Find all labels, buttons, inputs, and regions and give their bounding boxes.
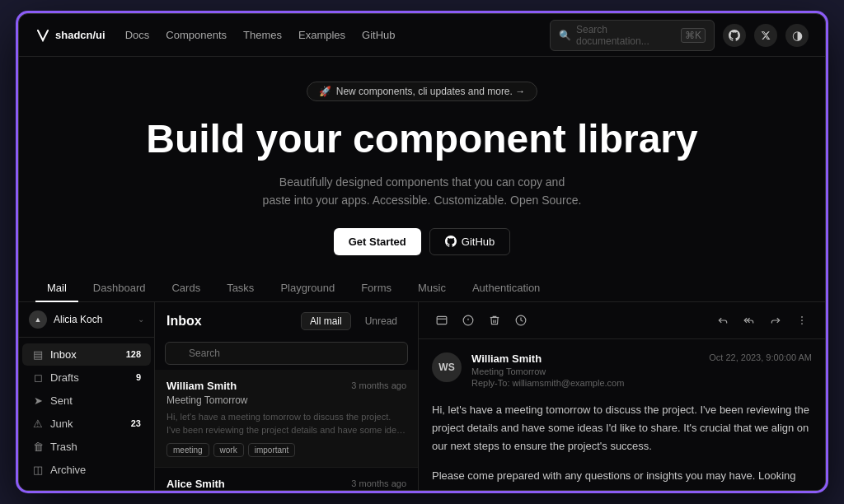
email-body-p1: Hi, let's have a meeting tomorrow to dis… bbox=[432, 401, 812, 455]
get-started-button[interactable]: Get Started bbox=[334, 228, 421, 255]
search-placeholder: Search documentation... bbox=[576, 24, 676, 47]
logo[interactable]: shadcn/ui bbox=[35, 28, 106, 43]
sidebar-item-drafts[interactable]: ◻ Drafts 9 bbox=[22, 366, 151, 389]
sent-icon: ➤ bbox=[32, 394, 44, 407]
drafts-icon: ◻ bbox=[32, 371, 44, 384]
email-subject: Meeting Tomorrow bbox=[166, 394, 406, 406]
rocket-icon: 🚀 bbox=[319, 86, 331, 97]
search-box[interactable]: 🔍 Search documentation... ⌘K bbox=[550, 20, 715, 51]
sidebar-label-drafts: Drafts bbox=[50, 371, 79, 384]
email-from-subject: Meeting Tomorrow bbox=[471, 366, 699, 376]
x-icon-btn[interactable] bbox=[754, 24, 777, 47]
email-item[interactable]: Alice Smith 3 months ago bbox=[155, 468, 418, 490]
nav-components[interactable]: Components bbox=[166, 29, 227, 41]
hero-section: 🚀 New components, cli updates and more. … bbox=[19, 57, 825, 275]
svg-rect-0 bbox=[437, 316, 447, 324]
spam-toolbar-btn[interactable] bbox=[457, 309, 480, 332]
email-meta-info: William Smith Meeting Tomorrow Reply-To:… bbox=[471, 352, 699, 388]
inbox-icon: ▤ bbox=[32, 348, 44, 361]
logo-icon bbox=[35, 28, 50, 43]
nav-github[interactable]: GitHub bbox=[362, 29, 395, 41]
email-avatar: WS bbox=[432, 352, 462, 382]
theme-toggle-btn[interactable]: ◑ bbox=[785, 24, 809, 47]
sidebar: ▲ Alicia Koch ⌄ ▤ Inbox 128 ◻ Drafts bbox=[19, 302, 155, 490]
nav-docs[interactable]: Docs bbox=[125, 29, 150, 41]
email-items: William Smith 3 months ago Meeting Tomor… bbox=[155, 370, 418, 490]
more-toolbar-btn[interactable] bbox=[790, 309, 814, 332]
forward-toolbar-btn[interactable] bbox=[764, 309, 787, 332]
drafts-badge: 9 bbox=[136, 372, 141, 382]
tabs-bar: Mail Dashboard Cards Tasks Playground Fo… bbox=[19, 275, 825, 302]
toolbar-right bbox=[711, 309, 814, 332]
archive-icon: ◫ bbox=[32, 464, 44, 476]
email-detail: WS William Smith Meeting Tomorrow Reply-… bbox=[419, 302, 825, 490]
junk-icon: ⚠ bbox=[32, 418, 44, 430]
account-name: Alicia Koch bbox=[54, 314, 102, 325]
email-list: Inbox All mail Unread 🔍 William Smith 3 … bbox=[155, 302, 419, 490]
snooze-toolbar-btn[interactable] bbox=[509, 309, 532, 332]
delete-toolbar-btn[interactable] bbox=[483, 309, 506, 332]
sidebar-item-archive[interactable]: ◫ Archive bbox=[22, 459, 151, 481]
email-item[interactable]: William Smith 3 months ago Meeting Tomor… bbox=[155, 370, 418, 468]
email-preview: Hi, let's have a meeting tomorrow to dis… bbox=[166, 410, 406, 437]
tab-dashboard[interactable]: Dashboard bbox=[82, 275, 157, 302]
email-list-header: Inbox All mail Unread bbox=[155, 302, 418, 337]
email-date: Oct 22, 2023, 9:00:00 AM bbox=[709, 352, 812, 362]
reply-toolbar-btn[interactable] bbox=[711, 309, 734, 332]
tab-cards[interactable]: Cards bbox=[160, 275, 212, 302]
nav-examples[interactable]: Examples bbox=[298, 29, 345, 41]
hero-title: Build your component library bbox=[35, 118, 809, 161]
sidebar-item-trash[interactable]: 🗑 Trash bbox=[22, 436, 151, 458]
announcement-text: New components, cli updates and more. → bbox=[336, 86, 525, 97]
email-time: 3 months ago bbox=[351, 478, 406, 488]
tab-authentication[interactable]: Authentication bbox=[461, 275, 551, 302]
tab-playground[interactable]: Playground bbox=[269, 275, 346, 302]
filter-buttons: All mail Unread bbox=[301, 312, 406, 330]
email-body-p2: Please come prepared with any questions … bbox=[432, 467, 812, 490]
tab-mail[interactable]: Mail bbox=[35, 275, 78, 302]
filter-all-btn[interactable]: All mail bbox=[301, 312, 351, 330]
email-list-title: Inbox bbox=[166, 314, 202, 329]
email-search-input[interactable] bbox=[165, 342, 408, 365]
search-kbd: ⌘K bbox=[681, 28, 706, 43]
email-tag: meeting bbox=[166, 443, 209, 457]
sidebar-label-archive: Archive bbox=[50, 464, 86, 476]
announcement-bar[interactable]: 🚀 New components, cli updates and more. … bbox=[307, 82, 537, 101]
email-sender: William Smith bbox=[166, 380, 237, 392]
reply-all-toolbar-btn[interactable] bbox=[738, 309, 761, 332]
svg-point-4 bbox=[801, 320, 803, 321]
email-reply-to: Reply-To: williamsmith@example.com bbox=[471, 378, 699, 388]
sidebar-item-sent[interactable]: ➤ Sent bbox=[22, 390, 151, 412]
filter-unread-btn[interactable]: Unread bbox=[356, 312, 406, 330]
nav-themes[interactable]: Themes bbox=[243, 29, 282, 41]
email-tag: important bbox=[248, 443, 296, 457]
github-icon-btn[interactable] bbox=[723, 24, 746, 47]
email-time: 3 months ago bbox=[351, 380, 406, 390]
sidebar-label-inbox: Inbox bbox=[50, 348, 77, 361]
github-button[interactable]: GitHub bbox=[429, 228, 510, 255]
account-avatar: ▲ bbox=[29, 310, 47, 329]
hero-buttons: Get Started GitHub bbox=[35, 228, 809, 255]
sidebar-item-inbox[interactable]: ▤ Inbox 128 bbox=[22, 343, 151, 366]
chevron-down-icon: ⌄ bbox=[138, 315, 144, 324]
email-content: Hi, let's have a meeting tomorrow to dis… bbox=[432, 401, 812, 490]
tab-music[interactable]: Music bbox=[406, 275, 457, 302]
email-from-name: William Smith bbox=[471, 352, 699, 365]
navbar: shadcn/ui Docs Components Themes Example… bbox=[19, 14, 825, 57]
sidebar-label-sent: Sent bbox=[50, 394, 73, 407]
tab-forms[interactable]: Forms bbox=[349, 275, 403, 302]
search-icon: 🔍 bbox=[559, 30, 571, 41]
email-detail-body: WS William Smith Meeting Tomorrow Reply-… bbox=[419, 339, 825, 490]
svg-point-5 bbox=[801, 323, 803, 324]
sidebar-label-trash: Trash bbox=[50, 441, 77, 453]
tab-tasks[interactable]: Tasks bbox=[215, 275, 265, 302]
email-sender: Alice Smith bbox=[166, 478, 225, 490]
email-detail-meta: WS William Smith Meeting Tomorrow Reply-… bbox=[432, 352, 812, 388]
archive-toolbar-btn[interactable] bbox=[430, 309, 453, 332]
browser-window: shadcn/ui Docs Components Themes Example… bbox=[18, 13, 826, 491]
account-selector[interactable]: ▲ Alicia Koch ⌄ bbox=[19, 302, 154, 338]
sidebar-item-junk[interactable]: ⚠ Junk 23 bbox=[22, 413, 151, 435]
sidebar-nav: ▤ Inbox 128 ◻ Drafts 9 ➤ Sent bbox=[19, 338, 154, 490]
email-detail-toolbar bbox=[419, 302, 825, 339]
trash-icon: 🗑 bbox=[32, 441, 44, 453]
